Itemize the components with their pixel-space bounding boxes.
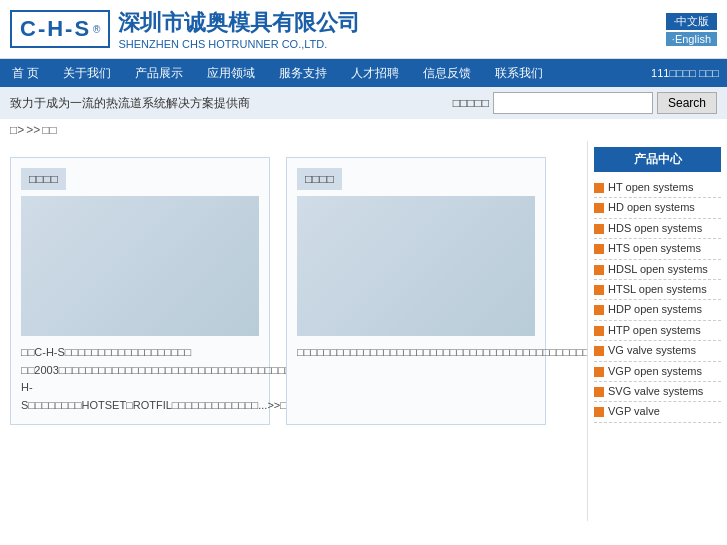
breadcrumb-current: □□ [42,123,57,137]
card-1-img-placeholder [21,196,259,336]
logo-box: C-H-S® [10,10,110,48]
content-area: □□□□ □□C-H-S□□□□□□□□□□□□□□□□□□□ □□2003□□… [0,141,587,521]
breadcrumb-separator: >> [26,123,40,137]
product-card-2: □□□□ □□□□□□□□□□□□□□□□□□□□□□□□□□□□□□□□□□□… [286,157,546,425]
sidebar-item-11[interactable]: VGP valve [594,402,721,422]
cards-area: □□□□ □□C-H-S□□□□□□□□□□□□□□□□□□□ □□2003□□… [10,157,577,425]
sidebar-item-label: SVG valve systems [608,384,703,399]
lang-cn-button[interactable]: ·中文版 [666,13,717,30]
sidebar-item-9[interactable]: VGP open systems [594,362,721,382]
sidebar-item-label: HDSL open systems [608,262,708,277]
main-layout: □□□□ □□C-H-S□□□□□□□□□□□□□□□□□□□ □□2003□□… [0,141,727,521]
sidebar-item-5[interactable]: HTSL open systems [594,280,721,300]
sidebar-item-label: HD open systems [608,200,695,215]
nav: 首 页 关于我们 产品展示 应用领域 服务支持 人才招聘 信息反馈 联系我们 1… [0,59,727,87]
tagline: 致力于成为一流的热流道系统解决方案提供商 [10,95,250,112]
breadcrumb-home[interactable]: □> [10,123,24,137]
nav-phone: 111□□□□ □□□ [643,67,727,79]
sidebar-item-6[interactable]: HDP open systems [594,300,721,320]
search-input[interactable] [493,92,653,114]
sidebar-item-label: HTP open systems [608,323,701,338]
logo-text: C-H-S [20,16,91,42]
nav-contact[interactable]: 联系我们 [483,59,555,87]
logo-area: C-H-S® 深圳市诚奥模具有限公司 SHENZHEN CHS HOTRUNNE… [10,8,360,50]
sidebar-item-8[interactable]: VG valve systems [594,341,721,361]
sidebar-bullet-icon [594,367,604,377]
logo-reg: ® [93,24,100,35]
sidebar-bullet-icon [594,224,604,234]
sidebar-bullet-icon [594,305,604,315]
company-name-cn: 深圳市诚奥模具有限公司 [118,10,360,35]
sidebar-item-label: HTS open systems [608,241,701,256]
nav-products[interactable]: 产品展示 [123,59,195,87]
lang-switcher: ·中文版 ·English [666,13,717,46]
sidebar-item-1[interactable]: HD open systems [594,198,721,218]
nav-home[interactable]: 首 页 [0,59,51,87]
nav-recruitment[interactable]: 人才招聘 [339,59,411,87]
card-1-image [21,196,259,336]
sidebar-bullet-icon [594,326,604,336]
company-names: 深圳市诚奥模具有限公司 SHENZHEN CHS HOTRUNNER CO.,L… [118,8,360,50]
nav-support[interactable]: 服务支持 [267,59,339,87]
sidebar-item-label: VGP valve [608,404,660,419]
card-2-title: □□□□ [297,168,342,190]
sidebar-item-label: HT open systems [608,180,693,195]
sidebar-bullet-icon [594,183,604,193]
sidebar-item-label: HDS open systems [608,221,702,236]
card-1-text: □□C-H-S□□□□□□□□□□□□□□□□□□□ □□2003□□□□□□□… [21,344,259,414]
search-area: □□□□□ Search [453,92,717,114]
card-2-image [297,196,535,336]
sidebar-bullet-icon [594,346,604,356]
sidebar-item-10[interactable]: SVG valve systems [594,382,721,402]
breadcrumb: □> >> □□ [0,119,727,141]
sidebar-item-label: HTSL open systems [608,282,707,297]
sidebar-title: 产品中心 [594,147,721,172]
sidebar-item-0[interactable]: HT open systems [594,178,721,198]
sidebar-bullet-icon [594,285,604,295]
product-card-1: □□□□ □□C-H-S□□□□□□□□□□□□□□□□□□□ □□2003□□… [10,157,270,425]
nav-about[interactable]: 关于我们 [51,59,123,87]
sidebar: 产品中心 HT open systemsHD open systemsHDS o… [587,141,727,521]
company-name-en: SHENZHEN CHS HOTRUNNER CO.,LTD. [118,38,360,50]
sidebar-item-label: HDP open systems [608,302,702,317]
sidebar-bullet-icon [594,203,604,213]
sidebar-item-2[interactable]: HDS open systems [594,219,721,239]
sidebar-bullet-icon [594,387,604,397]
card-2-img-placeholder [297,196,535,336]
sidebar-item-label: VG valve systems [608,343,696,358]
nav-feedback[interactable]: 信息反馈 [411,59,483,87]
search-bar: 致力于成为一流的热流道系统解决方案提供商 □□□□□ Search [0,87,727,119]
header: C-H-S® 深圳市诚奥模具有限公司 SHENZHEN CHS HOTRUNNE… [0,0,727,59]
lang-en-button[interactable]: ·English [666,32,717,46]
sidebar-item-4[interactable]: HDSL open systems [594,260,721,280]
sidebar-item-3[interactable]: HTS open systems [594,239,721,259]
card-1-title: □□□□ [21,168,66,190]
sidebar-bullet-icon [594,265,604,275]
search-label: □□□□□ [453,96,489,110]
sidebar-item-label: VGP open systems [608,364,702,379]
sidebar-bullet-icon [594,407,604,417]
sidebar-bullet-icon [594,244,604,254]
search-button[interactable]: Search [657,92,717,114]
card-2-text: □□□□□□□□□□□□□□□□□□□□□□□□□□□□□□□□□□□□□□□□… [297,344,535,362]
sidebar-item-7[interactable]: HTP open systems [594,321,721,341]
nav-applications[interactable]: 应用领域 [195,59,267,87]
